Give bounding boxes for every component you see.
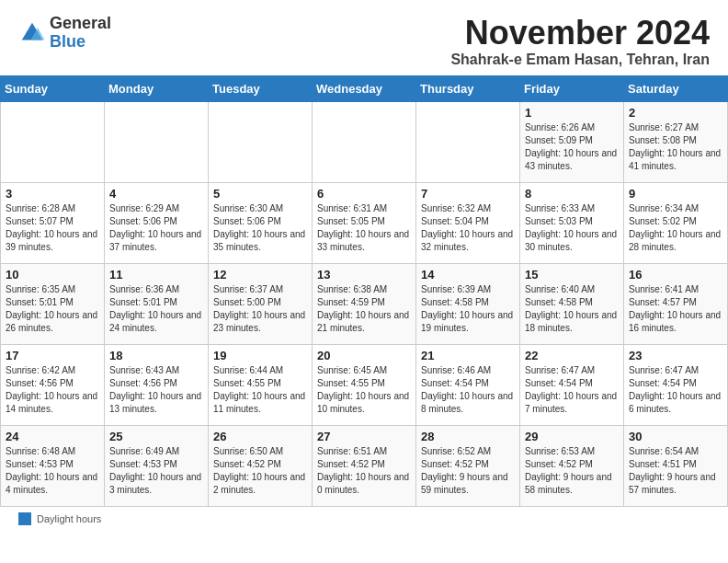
month-title: November 2024 [450, 15, 710, 52]
calendar-footer: Daylight hours [0, 507, 728, 531]
calendar-week-row: 24Sunrise: 6:48 AM Sunset: 4:53 PM Dayli… [1, 425, 728, 506]
day-number: 25 [109, 430, 203, 443]
logo-icon [18, 19, 46, 47]
day-number: 8 [525, 187, 619, 201]
day-number: 27 [317, 430, 411, 443]
legend-label: Daylight hours [37, 513, 101, 524]
day-info: Sunrise: 6:47 AM Sunset: 4:54 PM Dayligh… [525, 364, 619, 416]
day-number: 14 [421, 268, 515, 282]
day-number: 15 [525, 268, 619, 282]
day-number: 3 [6, 187, 99, 201]
day-info: Sunrise: 6:54 AM Sunset: 4:51 PM Dayligh… [629, 445, 722, 497]
day-info: Sunrise: 6:39 AM Sunset: 4:58 PM Dayligh… [421, 283, 515, 335]
day-number: 28 [421, 430, 515, 443]
day-info: Sunrise: 6:28 AM Sunset: 5:07 PM Dayligh… [6, 202, 99, 254]
logo-blue-text: Blue [50, 33, 111, 52]
calendar-day-cell: 18Sunrise: 6:43 AM Sunset: 4:56 PM Dayli… [105, 344, 209, 425]
calendar-day-cell: 30Sunrise: 6:54 AM Sunset: 4:51 PM Dayli… [624, 425, 728, 506]
calendar-day-cell: 9Sunrise: 6:34 AM Sunset: 5:02 PM Daylig… [624, 182, 728, 263]
day-number: 23 [629, 349, 722, 362]
legend-color-box [18, 512, 31, 525]
day-of-week-header: Sunday [1, 75, 105, 101]
day-number: 5 [213, 187, 307, 201]
day-info: Sunrise: 6:50 AM Sunset: 4:52 PM Dayligh… [213, 445, 307, 497]
calendar-day-cell: 5Sunrise: 6:30 AM Sunset: 5:06 PM Daylig… [209, 182, 313, 263]
day-of-week-header: Monday [105, 75, 209, 101]
location-subtitle: Shahrak-e Emam Hasan, Tehran, Iran [450, 52, 710, 68]
day-number: 1 [525, 106, 619, 120]
calendar-day-cell: 29Sunrise: 6:53 AM Sunset: 4:52 PM Dayli… [520, 425, 624, 506]
calendar-day-cell: 8Sunrise: 6:33 AM Sunset: 5:03 PM Daylig… [520, 182, 624, 263]
day-of-week-header: Saturday [624, 75, 728, 101]
day-info: Sunrise: 6:40 AM Sunset: 4:58 PM Dayligh… [525, 283, 619, 335]
day-of-week-header: Wednesday [313, 75, 416, 101]
calendar-day-cell: 24Sunrise: 6:48 AM Sunset: 4:53 PM Dayli… [1, 425, 105, 506]
day-number: 19 [213, 349, 307, 362]
day-number: 20 [317, 349, 411, 362]
day-number: 26 [213, 430, 307, 443]
day-number: 29 [525, 430, 619, 443]
calendar-day-cell [1, 101, 105, 182]
day-info: Sunrise: 6:52 AM Sunset: 4:52 PM Dayligh… [421, 445, 515, 497]
calendar-day-cell: 2Sunrise: 6:27 AM Sunset: 5:08 PM Daylig… [624, 101, 728, 182]
day-number: 9 [629, 187, 722, 201]
calendar-day-cell: 13Sunrise: 6:38 AM Sunset: 4:59 PM Dayli… [313, 263, 416, 344]
calendar-week-row: 3Sunrise: 6:28 AM Sunset: 5:07 PM Daylig… [1, 182, 728, 263]
day-info: Sunrise: 6:30 AM Sunset: 5:06 PM Dayligh… [213, 202, 307, 254]
day-number: 18 [109, 349, 203, 362]
day-number: 22 [525, 349, 619, 362]
day-of-week-header: Friday [520, 75, 624, 101]
day-number: 12 [213, 268, 307, 282]
day-number: 11 [109, 268, 203, 282]
day-info: Sunrise: 6:31 AM Sunset: 5:05 PM Dayligh… [317, 202, 411, 254]
calendar-day-cell [105, 101, 209, 182]
day-info: Sunrise: 6:47 AM Sunset: 4:54 PM Dayligh… [629, 364, 722, 416]
calendar-header-row: SundayMondayTuesdayWednesdayThursdayFrid… [1, 75, 728, 101]
day-number: 6 [317, 187, 411, 201]
page-header: General Blue November 2024 Shahrak-e Ema… [0, 0, 728, 75]
calendar-day-cell: 16Sunrise: 6:41 AM Sunset: 4:57 PM Dayli… [624, 263, 728, 344]
day-info: Sunrise: 6:38 AM Sunset: 4:59 PM Dayligh… [317, 283, 411, 335]
day-info: Sunrise: 6:43 AM Sunset: 4:56 PM Dayligh… [109, 364, 203, 416]
day-info: Sunrise: 6:37 AM Sunset: 5:00 PM Dayligh… [213, 283, 307, 335]
day-info: Sunrise: 6:36 AM Sunset: 5:01 PM Dayligh… [109, 283, 203, 335]
day-number: 2 [629, 106, 722, 120]
day-info: Sunrise: 6:49 AM Sunset: 4:53 PM Dayligh… [109, 445, 203, 497]
calendar-day-cell: 3Sunrise: 6:28 AM Sunset: 5:07 PM Daylig… [1, 182, 105, 263]
calendar-day-cell: 12Sunrise: 6:37 AM Sunset: 5:00 PM Dayli… [209, 263, 313, 344]
day-info: Sunrise: 6:46 AM Sunset: 4:54 PM Dayligh… [421, 364, 515, 416]
calendar-day-cell [416, 101, 520, 182]
calendar-day-cell: 10Sunrise: 6:35 AM Sunset: 5:01 PM Dayli… [1, 263, 105, 344]
day-info: Sunrise: 6:35 AM Sunset: 5:01 PM Dayligh… [6, 283, 99, 335]
logo-general-text: General [50, 15, 111, 33]
calendar-week-row: 17Sunrise: 6:42 AM Sunset: 4:56 PM Dayli… [1, 344, 728, 425]
day-number: 30 [629, 430, 722, 443]
calendar-day-cell: 17Sunrise: 6:42 AM Sunset: 4:56 PM Dayli… [1, 344, 105, 425]
calendar-day-cell: 20Sunrise: 6:45 AM Sunset: 4:55 PM Dayli… [313, 344, 416, 425]
title-block: November 2024 Shahrak-e Emam Hasan, Tehr… [450, 15, 710, 68]
calendar-day-cell: 21Sunrise: 6:46 AM Sunset: 4:54 PM Dayli… [416, 344, 520, 425]
day-info: Sunrise: 6:29 AM Sunset: 5:06 PM Dayligh… [109, 202, 203, 254]
day-number: 16 [629, 268, 722, 282]
calendar-day-cell: 14Sunrise: 6:39 AM Sunset: 4:58 PM Dayli… [416, 263, 520, 344]
day-info: Sunrise: 6:44 AM Sunset: 4:55 PM Dayligh… [213, 364, 307, 416]
calendar-day-cell: 11Sunrise: 6:36 AM Sunset: 5:01 PM Dayli… [105, 263, 209, 344]
day-info: Sunrise: 6:33 AM Sunset: 5:03 PM Dayligh… [525, 202, 619, 254]
calendar-day-cell: 22Sunrise: 6:47 AM Sunset: 4:54 PM Dayli… [520, 344, 624, 425]
day-number: 21 [421, 349, 515, 362]
day-of-week-header: Tuesday [209, 75, 313, 101]
calendar-day-cell [209, 101, 313, 182]
day-number: 7 [421, 187, 515, 201]
day-number: 10 [6, 268, 99, 282]
logo: General Blue [18, 15, 111, 52]
calendar-day-cell: 25Sunrise: 6:49 AM Sunset: 4:53 PM Dayli… [105, 425, 209, 506]
calendar-day-cell: 27Sunrise: 6:51 AM Sunset: 4:52 PM Dayli… [313, 425, 416, 506]
calendar-day-cell: 26Sunrise: 6:50 AM Sunset: 4:52 PM Dayli… [209, 425, 313, 506]
day-of-week-header: Thursday [416, 75, 520, 101]
calendar-day-cell: 15Sunrise: 6:40 AM Sunset: 4:58 PM Dayli… [520, 263, 624, 344]
calendar-day-cell: 28Sunrise: 6:52 AM Sunset: 4:52 PM Dayli… [416, 425, 520, 506]
calendar-table: SundayMondayTuesdayWednesdayThursdayFrid… [0, 75, 728, 507]
day-number: 17 [6, 349, 99, 362]
day-number: 4 [109, 187, 203, 201]
day-number: 24 [6, 430, 99, 443]
